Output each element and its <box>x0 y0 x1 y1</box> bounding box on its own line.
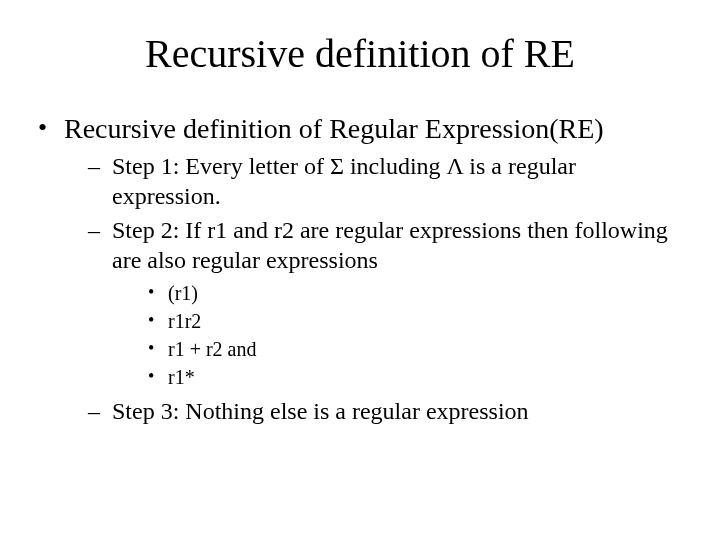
list-item: r1 + r2 and <box>148 337 684 362</box>
list-item: Step 2: If r1 and r2 are regular express… <box>88 215 684 390</box>
slide: Recursive definition of RE Recursive def… <box>0 0 720 540</box>
sub-text: r1r2 <box>168 310 201 332</box>
slide-title: Recursive definition of RE <box>36 30 684 77</box>
list-item: r1* <box>148 365 684 390</box>
list-item: Step 3: Nothing else is a regular expres… <box>88 396 684 426</box>
step-text: Step 1: Every letter of Σ including Λ is… <box>112 153 576 209</box>
sub-text: (r1) <box>168 282 198 304</box>
step-text: Step 3: Nothing else is a regular expres… <box>112 398 529 424</box>
bullet-list-level2: Step 1: Every letter of Σ including Λ is… <box>88 151 684 426</box>
list-item: (r1) <box>148 281 684 306</box>
bullet-list-level1: Recursive definition of Regular Expressi… <box>36 113 684 426</box>
sub-text: r1* <box>168 366 195 388</box>
list-item: r1r2 <box>148 309 684 334</box>
list-item: Step 1: Every letter of Σ including Λ is… <box>88 151 684 211</box>
sub-text: r1 + r2 and <box>168 338 256 360</box>
step-text: Step 2: If r1 and r2 are regular express… <box>112 217 668 273</box>
list-item: Recursive definition of Regular Expressi… <box>36 113 684 426</box>
bullet-list-level3: (r1) r1r2 r1 + r2 and r1* <box>148 281 684 390</box>
bullet-text: Recursive definition of Regular Expressi… <box>64 113 604 144</box>
